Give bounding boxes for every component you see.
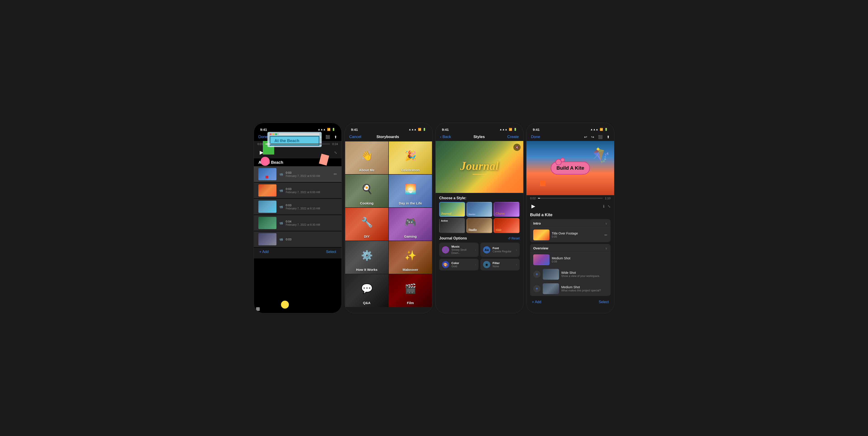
overview-chevron: ∨ [605,246,608,250]
options-title: Journal Options [439,236,467,240]
story-cell-cooking[interactable]: 🍳 Cooking [345,175,388,207]
dayinlife-icon: 🌅 [405,183,416,194]
color-chevron: › [475,263,476,266]
style-charm[interactable]: Charm [494,202,520,217]
story-cell-aboutme[interactable]: 👋 About Me [345,141,388,174]
done-button-4[interactable]: Done [531,135,540,139]
celebration-label: Celebration [389,168,432,172]
scene-thumb-woman [533,255,550,265]
overview-header[interactable]: Overview ∨ [530,244,611,253]
makeover-icon: ✨ [405,249,416,261]
clip-duration-3: 0:04 [286,220,337,223]
clip-item-selected[interactable]: 📹 0:03 February 7, 2022 at 6:50 AM ✏ [254,166,342,182]
clip-item-3[interactable]: 📹 0:04 February 7, 2022 at 6:30 AM [254,215,342,231]
trim-icon-4[interactable]: ⬛ [598,135,602,139]
option-font[interactable]: Aa Font Canela Regular › [480,243,520,257]
scene-label-title: Title Over Footage [552,232,602,235]
option-filter[interactable]: ◉ Filter None › [480,259,520,270]
overview-title: Overview [533,246,548,250]
kite-progress-bar[interactable] [538,198,602,199]
clip-info-4: 0:03 [286,238,337,241]
story-cell-howitworks[interactable]: ⚙️ How It Works [345,241,388,274]
select-button-1[interactable]: Select [326,250,336,254]
kite-title: Build A Kite [556,165,584,171]
story-cell-diy[interactable]: 🔧 DIY [345,208,388,241]
battery-icon-4: 🔋 [604,128,608,131]
section-group-overview: Overview ∨ Medium Shot 0:08 + Wide Shot … [530,244,611,296]
bottom-bar-4: + Add Select [526,298,614,309]
battery-icon: 🔋 [332,128,335,131]
style-stories[interactable]: Stories [467,202,493,217]
create-button-3[interactable]: Create [507,135,519,139]
share-icon-4[interactable]: ⬆ [607,135,610,139]
kite-fullscreen-icon[interactable]: ⤡ [608,204,611,208]
clip-item-4[interactable]: 📹 0:03 [254,231,342,247]
studio-label: Studio [468,228,477,232]
story-cell-makeover[interactable]: ✨ Makeover [389,241,432,274]
scene-wide-shot[interactable]: + Wide Shot Show a view of your workspac… [530,267,611,281]
intro-header[interactable]: Intro ∨ [530,219,611,228]
scene-thumb-desk [543,269,559,280]
scene-add-medium2[interactable]: + [533,285,540,292]
style-grid: Journal Stories Charm Active Studio Slid… [436,202,523,233]
options-header: Journal Options ↺ Reset [439,236,520,240]
story-cell-film[interactable]: 🎬 Film [389,274,432,307]
story-cell-celebration[interactable]: 🎉 Celebration [389,141,432,174]
clip-thumb-0 [258,168,276,180]
clip-thumb-2 [258,201,276,213]
story-cell-gaming[interactable]: 🎮 Gaming [389,208,432,241]
status-icons-2: ▲▲▲ 📶 🔋 [408,128,426,131]
filter-value: None [493,265,514,268]
scene-title-over-footage[interactable]: Title Over Footage 0:05 ✏ [530,228,611,242]
filter-chevron: › [516,263,517,266]
mute-button[interactable]: 🔇 [513,144,521,151]
dayinlife-label: Day in the Life [389,201,432,205]
story-cell-dayinlife[interactable]: 🌅 Day in the Life [389,175,432,207]
scene-info-medium1: Medium Shot 0:08 [552,257,608,263]
trim-icon[interactable]: ⬛ [326,135,330,139]
kite-play-button[interactable]: ▶ [530,203,536,209]
select-button-4[interactable]: Select [599,300,609,304]
redo-icon-4[interactable]: ↪ [591,135,594,139]
section-group-intro: Intro ∨ Title Over Footage 0:05 ✏ [530,219,611,242]
style-active[interactable]: Active [439,218,465,233]
progress-fill-1 [266,144,271,144]
fullscreen-icon[interactable]: ⤡ [334,150,337,155]
scene-label-medium1: Medium Shot [552,257,608,260]
clip-edit-0[interactable]: ✏ [334,172,337,177]
film-icon: 🎬 [405,283,416,294]
clip-duration-2: 0:03 [286,204,337,207]
info-icon[interactable]: ℹ [603,204,604,208]
scene-edit-title[interactable]: ✏ [604,233,608,237]
signal-icon-4: ▲▲▲ [590,128,598,131]
style-journal[interactable]: Journal [439,202,465,217]
progress-bar-1[interactable] [266,144,330,144]
option-music[interactable]: 🎵 Music Snowy Stroll Down... › [439,243,478,257]
add-button-1[interactable]: + Add [259,250,269,254]
color-icon: 🎨 [442,261,449,268]
reset-button[interactable]: ↺ Reset [508,237,520,240]
clip-camera-icon-4: 📹 [279,237,283,241]
back-button-3[interactable]: ‹ Back [440,135,451,139]
story-cell-qa[interactable]: 💬 Q&A [345,274,388,307]
style-studio[interactable]: Studio [467,218,493,233]
undo-icon-4[interactable]: ↩ [584,135,587,139]
option-color[interactable]: 🎨 Color Gold › [439,259,478,270]
status-bar-1: 9:41 ▲▲▲ 📶 🔋 [254,123,342,133]
clip-info-0: 0:03 February 7, 2022 at 6:50 AM [286,171,331,177]
scene-medium-shot-2[interactable]: + Medium Shot What makes this project sp… [530,281,611,296]
filter-label: Filter [493,261,514,265]
battery-icon-3: 🔋 [514,128,517,131]
clip-item-2[interactable]: 📹 0:03 February 7, 2022 at 6:10 AM [254,199,342,214]
status-time-3: 9:41 [442,128,449,132]
scene-duration-medium1: 0:08 [552,260,608,263]
color-value: Gold [452,265,472,268]
share-icon[interactable]: ⬆ [334,135,337,139]
add-button-4[interactable]: + Add [532,300,541,304]
done-button-1[interactable]: Done [258,135,268,139]
clip-item-1[interactable]: 📹 0:03 February 7, 2022 at 6:00 AM [254,182,342,198]
cancel-button-2[interactable]: Cancel [349,135,361,139]
scene-add-wide[interactable]: + [533,271,540,278]
style-slide[interactable]: Slide [494,218,520,233]
scene-medium-shot-1[interactable]: Medium Shot 0:08 [530,253,611,267]
